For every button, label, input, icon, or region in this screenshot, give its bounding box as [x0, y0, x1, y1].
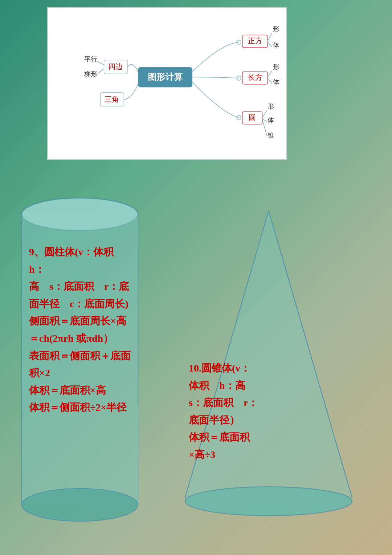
- svg-line-8: [268, 42, 272, 47]
- mindmap-pinxing: 平行: [84, 56, 97, 63]
- cone-line5: 体积＝底面积: [189, 432, 250, 443]
- mindmap-cf-xing: 形: [273, 63, 279, 70]
- svg-line-7: [268, 33, 272, 41]
- mindmap-sanjiao: 三角: [105, 95, 119, 103]
- mindmap-changfang: 长方: [248, 73, 262, 81]
- cone-line1: 10.圆锥体(v：: [189, 362, 250, 374]
- cylinder-section: 9、圆柱体(v：体积 h： 高 s：底面积 r：底 面半径 c：底面周长) 侧面…: [11, 171, 149, 534]
- cone-line6: ×高÷3: [189, 449, 215, 460]
- mindmap-sibei: 四边: [108, 62, 123, 70]
- cylinder-line4: 侧面积＝底面周长×高: [29, 315, 126, 327]
- cylinder-line3: 面半径 c：底面周长): [29, 298, 128, 309]
- svg-line-2: [97, 61, 104, 65]
- mindmap-cf-ti: 体: [273, 78, 279, 86]
- cylinder-line7: 积×2: [29, 367, 50, 378]
- cylinder-line2: 高 s：底面积 r：底: [29, 281, 129, 292]
- cone-text-block: 10.圆锥体(v： 体积 h：高 s：底面积 r： 底面半径） 体积＝底面积 ×…: [189, 360, 283, 463]
- mindmap-zf-ti: 体: [273, 42, 279, 49]
- cylinder-line1: 9、圆柱体(v：体积 h：: [29, 246, 124, 275]
- cone-line3: s：底面积 r：: [189, 397, 258, 408]
- svg-point-23: [23, 199, 137, 230]
- cylinder-line8: 体积＝底面积×高: [29, 385, 106, 396]
- mindmap-tixing: 梯形: [84, 70, 97, 78]
- svg-line-12: [268, 78, 272, 84]
- cylinder-text-block: 9、圆柱体(v：体积 h： 高 s：底面积 r：底 面半径 c：底面周长) 侧面…: [29, 243, 131, 416]
- mindmap-zhengfang: 正方: [248, 37, 262, 45]
- mindmap-section: 图形计算 四边 平行 梯形 三角 正方 形 体 长方 形: [47, 7, 287, 160]
- mindmap-y-ti: 体: [268, 117, 274, 124]
- cone-section: 10.圆锥体(v： 体积 h：高 s：底面积 r： 底面半径） 体积＝底面积 ×…: [156, 200, 381, 545]
- svg-line-17: [262, 119, 267, 136]
- mindmap-yuan: 圆: [249, 113, 256, 121]
- cone-line4: 底面半径）: [189, 414, 240, 426]
- mindmap-y-xing: 形: [268, 103, 274, 110]
- svg-point-27: [186, 487, 351, 515]
- svg-line-11: [268, 71, 272, 77]
- svg-line-3: [97, 68, 104, 74]
- mindmap-y-zhui: 锥: [267, 132, 274, 139]
- svg-point-22: [22, 489, 138, 521]
- mindmap-center: 图形计算: [148, 72, 183, 82]
- mindmap-svg: 图形计算 四边 平行 梯形 三角 正方 形 体 长方 形: [48, 8, 286, 159]
- mindmap-zf-xing: 形: [273, 25, 279, 33]
- cone-line2: 体积 h：高: [189, 380, 245, 391]
- cylinder-line5: ＝ch(2πrh 或πdh）: [29, 333, 113, 344]
- cylinder-line6: 表面积＝侧面积＋底面: [29, 350, 131, 361]
- svg-line-15: [262, 110, 267, 118]
- cylinder-line9: 体积＝侧面积÷2×半径: [29, 402, 127, 413]
